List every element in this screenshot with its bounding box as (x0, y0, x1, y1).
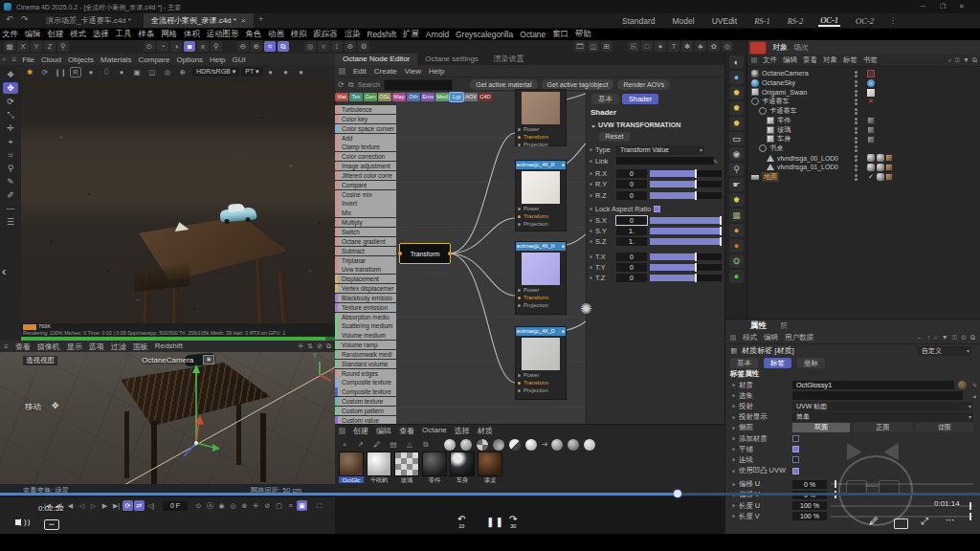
lock-icon[interactable]: ⚿ (952, 334, 957, 342)
node-list-item[interactable]: Cosine mix (335, 190, 396, 199)
kernel-dropdown[interactable]: PT ▾ (241, 67, 262, 77)
image-texture-node-normal[interactable]: vlznaejjc_4K_N Power Transform Projectio… (515, 241, 567, 315)
knife-icon[interactable]: ✐ (3, 189, 18, 201)
disabled-tag-icon[interactable]: ✕ (867, 98, 875, 105)
rotate-tool-icon[interactable]: ⟳ (3, 96, 18, 107)
coord-icon[interactable]: ⌖ (3, 136, 18, 147)
node-list-item[interactable]: Blackbody emissio (335, 294, 396, 302)
node-list-item[interactable]: Color key (335, 115, 396, 123)
field-icon[interactable]: ✿ (708, 41, 720, 52)
node-list-item[interactable]: Switch (335, 228, 396, 236)
next-frame-icon[interactable]: ▶ (100, 500, 110, 511)
record-position-icon[interactable]: ⊙ (193, 500, 204, 511)
triangle-icon[interactable]: △ (404, 439, 415, 450)
attr-menu-item[interactable]: 编辑 (764, 333, 778, 342)
hamburger-icon[interactable]: ≡ (4, 342, 9, 351)
history-icon[interactable]: ⊙ (961, 334, 967, 342)
panel-icon[interactable] (730, 335, 736, 341)
mm-menu-item[interactable]: 材质 (478, 426, 493, 436)
play-mode-icon[interactable]: ⇄ (134, 500, 145, 511)
menu-item[interactable]: 模拟 (291, 29, 307, 39)
pin-projection[interactable]: Projection (523, 221, 548, 227)
phong-tag-icon[interactable] (877, 173, 884, 181)
om-menu-item[interactable]: 书签 (863, 55, 878, 65)
om-menu-item[interactable]: 编辑 (783, 55, 797, 65)
tag-icon[interactable] (867, 89, 875, 97)
menu-item[interactable]: Octane (520, 30, 546, 39)
forward-30-button[interactable]: ↷30 (509, 515, 517, 529)
image-texture-node-albedo[interactable]: Power Transform Projection (515, 89, 567, 146)
material-item[interactable]: 零件 (422, 452, 447, 485)
preset-dot-icon[interactable]: ● (296, 67, 307, 77)
rewind-10-button[interactable]: ↶10 (457, 515, 465, 529)
rz-slider[interactable] (650, 192, 722, 199)
lv-menu-item[interactable]: Objects (68, 55, 94, 64)
node-list-item[interactable]: Uvw transform (335, 265, 396, 274)
preset-sphere-icon[interactable] (568, 439, 579, 451)
pin-power[interactable]: Power (523, 372, 539, 378)
viewport-menu-item[interactable]: 摄像机 (37, 342, 60, 352)
undo-icon[interactable]: ↶ (6, 14, 13, 24)
maximize-view-icon[interactable]: ⧉ (326, 342, 331, 350)
node-list-item[interactable]: Volume ramp (335, 341, 396, 349)
pen-icon[interactable]: ✎ (3, 176, 18, 187)
refresh-icon[interactable]: ⟳ (338, 80, 345, 89)
preset-sphere-icon[interactable] (551, 439, 563, 451)
axis-icon[interactable]: ⊕ (251, 41, 262, 52)
menu-item[interactable]: 运动图形 (207, 29, 239, 39)
arealight-icon[interactable]: ✹ (729, 101, 744, 115)
grab-icon[interactable]: ☛ (729, 178, 744, 191)
tab-objects[interactable]: 对象 (772, 42, 788, 53)
object-row[interactable]: 玻璃 (751, 125, 980, 135)
menu-item[interactable]: 创建 (48, 29, 64, 39)
preset-dot-icon[interactable]: ● (265, 67, 277, 77)
viewport-menu-item[interactable]: 选项 (89, 342, 104, 352)
sy-value[interactable]: 1. (616, 227, 647, 235)
panel-icon[interactable] (339, 428, 345, 434)
sound-icon[interactable]: ◁) (145, 500, 156, 511)
copy-icon[interactable]: ⎘ (628, 41, 639, 52)
menu-item[interactable]: 工具 (116, 29, 132, 39)
camera-icon[interactable]: ◐ (729, 55, 744, 69)
denoise-icon[interactable]: ◎ (162, 67, 173, 77)
sy-slider[interactable] (650, 228, 722, 234)
daylight-icon[interactable]: ✹ (729, 86, 744, 99)
aov-preview-icon[interactable]: ⊕ (177, 67, 189, 77)
texture-tag-icon[interactable] (885, 154, 893, 162)
add-tab-button[interactable]: + (258, 14, 263, 24)
video-seek-thumb[interactable] (674, 490, 681, 497)
node-list-item[interactable]: Standard volume (335, 360, 396, 368)
viewport-name-label[interactable]: 透视视图 (23, 356, 57, 365)
link-pick-icon[interactable]: ✎ (713, 158, 718, 165)
filter-icon[interactable]: ▼ (942, 334, 948, 342)
record-param-icon[interactable]: ◎ (228, 500, 238, 511)
camera-tag-icon[interactable] (867, 70, 875, 77)
keyframe-scale-icon[interactable]: ⊘ (262, 500, 273, 511)
camera-icon[interactable]: ▣ (203, 355, 214, 364)
lv-menu-item[interactable]: Materials (100, 55, 131, 64)
object-row[interactable]: vfvndhsga_01_LOD0 (751, 163, 980, 172)
node-list-item[interactable]: Custom pattern (335, 407, 396, 415)
tag-tab-coord[interactable]: 坐标 (797, 358, 825, 368)
node-list-item[interactable]: Jittered color corre (335, 171, 396, 180)
menu-item[interactable]: 渲染 (345, 29, 361, 39)
pin-projection[interactable]: Projection (523, 387, 548, 393)
layout-tab-oc1[interactable]: OC-1 (818, 15, 840, 27)
node-list-item[interactable]: Custom texture (335, 397, 396, 406)
undo-tool-icon[interactable]: ⊙ (144, 41, 155, 52)
pin-transform[interactable]: Transform (523, 213, 548, 219)
sx-value-editing[interactable]: 0 (616, 216, 647, 225)
uvw-group-header[interactable]: ⌄ UVW TRANSFORMATION (590, 121, 725, 129)
camera-name-label[interactable]: OctaneCamera (142, 356, 193, 364)
node-list-item[interactable]: Scattering medium (335, 321, 396, 330)
node-list-item[interactable]: Round edges (335, 369, 396, 378)
category-chip[interactable]: Mat (335, 93, 348, 101)
menu-item[interactable]: Greyscalegorilla (456, 30, 513, 39)
texture-tag-icon[interactable] (867, 117, 875, 124)
category-chip[interactable]: Map (392, 93, 406, 101)
back-icon[interactable]: ← (916, 334, 923, 342)
frame-counter[interactable]: 0 F (163, 501, 188, 511)
image-texture-node-displacement[interactable]: vlznaejjc_4K_D Power Transform Projectio… (515, 326, 567, 400)
node-list-item[interactable]: Absorption mediu (335, 313, 396, 321)
menu-item[interactable]: 样条 (139, 29, 155, 39)
